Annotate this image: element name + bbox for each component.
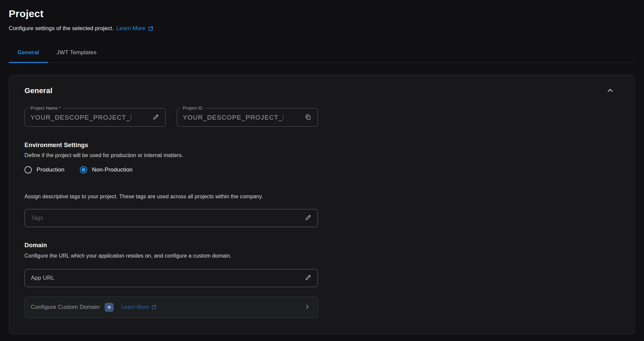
project-name-field: Project Name * <box>24 108 166 127</box>
card-heading: General <box>24 86 52 95</box>
radio-production[interactable]: Production <box>24 166 64 174</box>
radio-non-production[interactable]: Non-Production <box>80 166 132 174</box>
pencil-icon <box>152 114 159 122</box>
environment-settings-description: Define if the project will be used for p… <box>24 152 619 158</box>
tab-bar: General JWT Templates <box>9 42 635 63</box>
edit-project-name-button[interactable] <box>150 112 161 123</box>
learn-more-link-label: Learn More <box>116 25 146 32</box>
app-url-field <box>24 269 318 287</box>
radio-non-production-label: Non-Production <box>92 166 132 173</box>
external-link-icon <box>151 304 157 310</box>
general-settings-card: General Project Name * <box>9 75 635 334</box>
page-title: Project <box>9 7 635 20</box>
star-icon: ★ <box>107 304 111 310</box>
radio-production-label: Production <box>37 166 64 173</box>
external-link-icon <box>148 26 154 31</box>
pencil-icon <box>305 274 312 282</box>
app-url-input[interactable] <box>31 275 302 281</box>
tab-jwt-templates[interactable]: JWT Templates <box>48 42 105 63</box>
tags-field <box>24 209 318 227</box>
chevron-right-icon <box>304 303 311 312</box>
pencil-icon <box>305 214 312 222</box>
project-id-field: Project ID <box>177 108 318 127</box>
premium-star-badge: ★ <box>105 303 114 312</box>
chevron-up-icon <box>606 86 614 96</box>
project-name-label: Project Name * <box>29 106 63 111</box>
learn-more-link[interactable]: Learn More <box>116 25 154 32</box>
environment-radio-group: Production Non-Production <box>24 166 619 174</box>
domain-description: Configure the URL which your application… <box>24 253 619 259</box>
tags-input[interactable] <box>31 215 302 221</box>
radio-production-circle[interactable] <box>24 166 32 174</box>
custom-domain-learn-more-link[interactable]: Learn More <box>121 304 157 310</box>
project-id-input[interactable] <box>183 114 283 121</box>
page-subtitle: Configure settings of the selected proje… <box>9 25 114 32</box>
project-name-input[interactable] <box>31 114 131 121</box>
configure-custom-domain-label: Configure Custom Domain <box>31 304 100 311</box>
domain-heading: Domain <box>24 242 619 249</box>
copy-icon <box>305 114 312 122</box>
radio-non-production-circle[interactable] <box>80 166 87 174</box>
collapse-section-button[interactable] <box>605 86 615 96</box>
tags-description: Assign descriptive tags to your project.… <box>24 193 619 200</box>
environment-settings-heading: Environment Settings <box>24 141 619 149</box>
tab-jwt-templates-label: JWT Templates <box>57 49 97 56</box>
project-id-label: Project ID <box>181 106 205 111</box>
copy-project-id-button[interactable] <box>302 112 314 123</box>
configure-custom-domain-row[interactable]: Configure Custom Domain ★ Learn More <box>24 296 318 318</box>
edit-tags-button[interactable] <box>302 212 314 224</box>
edit-app-url-button[interactable] <box>302 272 314 284</box>
tab-general-label: General <box>17 49 39 56</box>
custom-domain-learn-more-label: Learn More <box>121 304 149 310</box>
custom-domain-chevron-button[interactable] <box>304 303 311 312</box>
tab-general[interactable]: General <box>9 42 48 63</box>
